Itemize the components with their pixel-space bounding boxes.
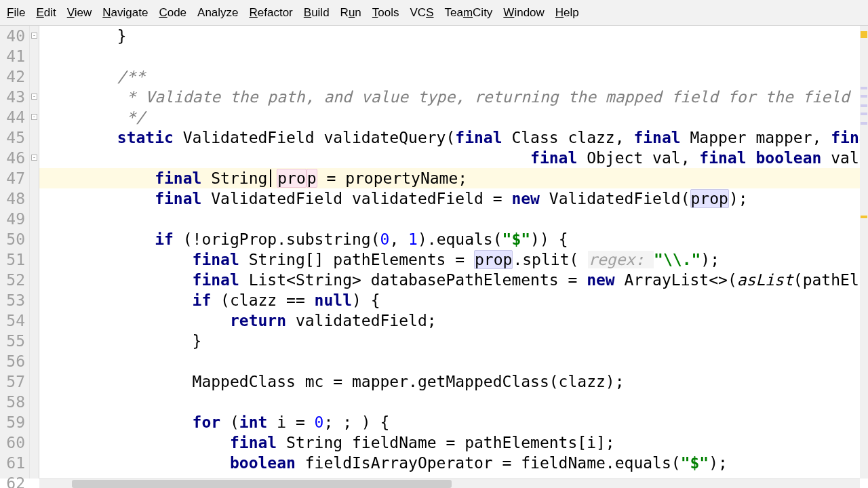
line-number: 61 (0, 453, 25, 473)
code-line[interactable] (39, 46, 868, 66)
fold-gutter[interactable]: ---- (30, 26, 39, 479)
scrollbar-thumb[interactable] (72, 480, 452, 488)
code-line[interactable] (39, 209, 868, 229)
code-line[interactable]: final String fieldName = pathElements[i]… (39, 432, 868, 453)
fold-toggle-icon[interactable]: - (31, 94, 37, 100)
code-line[interactable]: } (39, 331, 868, 351)
code-line[interactable]: boolean fieldIsArrayOperator = fieldName… (39, 453, 868, 473)
code-line[interactable]: final String prop = propertyName; (39, 168, 868, 188)
menu-code[interactable]: Code (153, 3, 192, 22)
code-line[interactable] (39, 392, 868, 412)
menu-build[interactable]: Build (298, 3, 335, 22)
line-number: 48 (0, 188, 25, 209)
stripe-marker[interactable] (861, 95, 867, 98)
line-number: 42 (0, 66, 25, 87)
menu-run[interactable]: Run (335, 3, 367, 22)
line-number: 44 (0, 107, 25, 127)
line-number: 62 (0, 473, 25, 488)
line-number: 59 (0, 412, 25, 432)
line-number: 55 (0, 331, 25, 351)
line-number: 43 (0, 87, 25, 107)
menu-refactor[interactable]: Refactor (244, 3, 298, 22)
line-number: 57 (0, 371, 25, 392)
line-number: 52 (0, 270, 25, 290)
stripe-marker[interactable] (861, 113, 867, 115)
line-number: 40 (0, 26, 25, 46)
menu-teamcity[interactable]: TeamCity (439, 3, 498, 22)
code-line[interactable]: MappedClass mc = mapper.getMappedClass(c… (39, 371, 868, 392)
line-number: 54 (0, 310, 25, 331)
menu-file[interactable]: File (1, 3, 31, 22)
fold-toggle-icon[interactable]: - (31, 155, 37, 161)
line-number: 58 (0, 392, 25, 412)
code-line[interactable]: if (!origProp.substring(0, 1).equals("$"… (39, 229, 868, 249)
error-stripe[interactable] (860, 26, 868, 479)
line-number: 53 (0, 290, 25, 310)
menu-help[interactable]: Help (550, 3, 585, 22)
code-line[interactable]: final ValidatedField validatedField = ne… (39, 188, 868, 209)
line-number: 45 (0, 127, 25, 148)
line-number: 46 (0, 148, 25, 168)
horizontal-scrollbar[interactable] (39, 479, 860, 488)
code-line[interactable]: if (clazz == null) { (39, 290, 868, 310)
menu-vcs[interactable]: VCS (405, 3, 439, 22)
menu-view[interactable]: View (62, 3, 98, 22)
line-number: 49 (0, 209, 25, 229)
menu-window[interactable]: Window (498, 3, 549, 22)
code-line[interactable] (39, 351, 868, 371)
menu-edit[interactable]: Edit (31, 3, 61, 22)
stripe-marker[interactable] (861, 216, 867, 218)
fold-toggle-icon[interactable]: - (31, 33, 37, 39)
code-line[interactable]: static ValidatedField validateQuery(fina… (39, 127, 868, 148)
stripe-marker[interactable] (861, 122, 867, 125)
code-line[interactable]: final Object val, final boolean validate… (39, 148, 868, 168)
line-number: 41 (0, 46, 25, 66)
stripe-marker[interactable] (861, 104, 867, 107)
code-editor[interactable]: 4041424344454647484950515253545556575859… (0, 26, 868, 479)
code-line[interactable]: */ (39, 107, 868, 127)
text-caret (270, 169, 271, 187)
line-number: 56 (0, 351, 25, 371)
code-line[interactable] (39, 473, 868, 479)
line-number: 50 (0, 229, 25, 249)
code-line[interactable]: for (int i = 0; ; ) { (39, 412, 868, 432)
code-line[interactable]: /** (39, 66, 868, 87)
menu-analyze[interactable]: Analyze (192, 3, 243, 22)
stripe-marker[interactable] (861, 87, 867, 89)
code-area[interactable]: } /** * Validate the path, and value typ… (39, 26, 868, 479)
stripe-marker[interactable] (861, 31, 867, 38)
code-line[interactable]: } (39, 26, 868, 46)
code-line[interactable]: * Validate the path, and value type, ret… (39, 87, 868, 107)
fold-toggle-icon[interactable]: - (31, 114, 37, 120)
menu-bar: FileEditViewNavigateCodeAnalyzeRefactorB… (0, 0, 868, 26)
code-line[interactable]: final String[] pathElements = prop.split… (39, 249, 868, 270)
line-number: 47 (0, 168, 25, 188)
line-number-gutter: 4041424344454647484950515253545556575859… (0, 26, 30, 479)
line-number: 60 (0, 432, 25, 453)
code-line[interactable]: final List<String> databasePathElements … (39, 270, 868, 290)
line-number: 51 (0, 249, 25, 270)
code-line[interactable]: return validatedField; (39, 310, 868, 331)
menu-tools[interactable]: Tools (367, 3, 405, 22)
menu-navigate[interactable]: Navigate (97, 3, 153, 22)
